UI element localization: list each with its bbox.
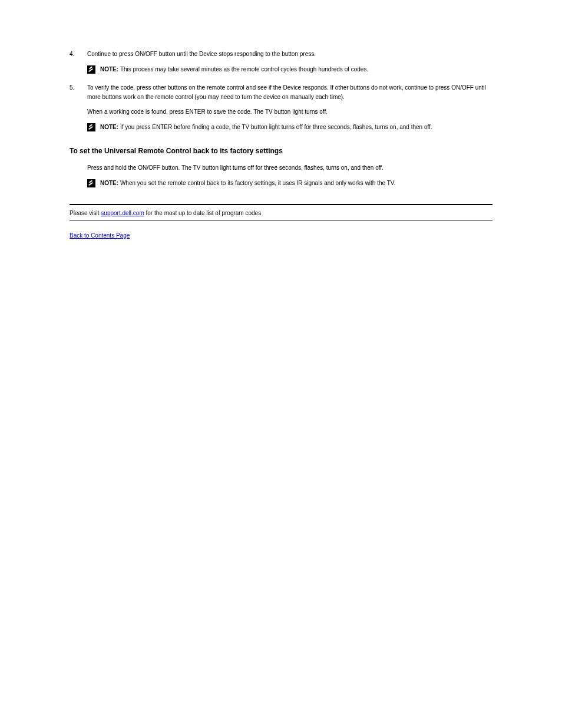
- divider-bottom: [70, 220, 492, 220]
- note2-body: If you press ENTER before finding a code…: [120, 124, 432, 130]
- note2-label: NOTE:: [100, 124, 120, 130]
- note3-text: NOTE: When you set the remote control ba…: [100, 179, 395, 188]
- step4-text: Continue to press ON/OFF button until th…: [87, 50, 492, 59]
- help-prefix: Please visit: [70, 210, 101, 216]
- note-icon: [87, 65, 95, 74]
- note-icon: [87, 179, 95, 187]
- note1-label: NOTE:: [100, 66, 120, 73]
- step5-number: 5.: [70, 83, 87, 92]
- step5-text1: To verify the code, press other buttons …: [87, 83, 492, 101]
- help-suffix: for the most up to date list of program …: [144, 210, 261, 216]
- note1-body: This process may take several minutes as…: [120, 66, 368, 73]
- note-icon: [87, 123, 95, 131]
- divider-top: [70, 204, 492, 205]
- back-to-contents-link[interactable]: Back to Contents Page: [70, 232, 130, 239]
- step5-text2: When a working code is found, press ENTE…: [87, 107, 492, 117]
- factory-reset-heading: To set the Universal Remote Control back…: [70, 147, 492, 155]
- note3-label: NOTE:: [100, 180, 120, 186]
- note3-body: When you set the remote control back to …: [120, 180, 395, 186]
- note1-text: NOTE: This process may take several minu…: [100, 65, 368, 74]
- step4-number: 4.: [70, 50, 87, 58]
- support-link[interactable]: support.dell.com: [101, 210, 144, 216]
- factory-reset-step: Press and hold the ON/OFF button. The TV…: [87, 163, 492, 173]
- note2-text: NOTE: If you press ENTER before finding …: [100, 123, 432, 132]
